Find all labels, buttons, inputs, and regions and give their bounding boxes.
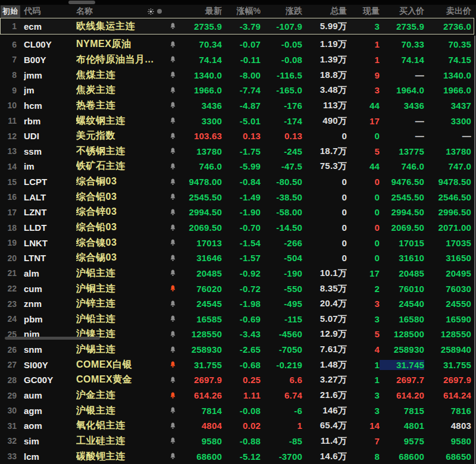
top-scroll-thumb[interactable] (68, 1, 95, 4)
alert-bell-icon[interactable] (167, 406, 178, 415)
alert-bell-icon[interactable] (167, 422, 178, 430)
column-header-name[interactable]: 名称 (76, 6, 167, 17)
bid-price: 76010 (380, 284, 424, 294)
table-row[interactable]: 32sim工业硅主连9580-0.88-8511.4万795759580 (0, 434, 476, 449)
alert-bell-icon[interactable] (167, 360, 178, 369)
change-value: 1 (261, 421, 302, 431)
alert-bell-icon[interactable] (167, 346, 178, 354)
table-row[interactable]: 1ecm欧线集运主连2735.9-3.79-107.95.99万32735.92… (0, 18, 474, 35)
column-header-bid-price[interactable]: 买入价 (380, 6, 424, 17)
instrument-code: ecm (24, 21, 76, 32)
table-row[interactable]: 17LZNT综合锌032994.50-1.90-58.00002994.5029… (0, 205, 476, 220)
table-row[interactable]: 28GC00YCOMEX黄金2697.90.256.63.27万12697.72… (0, 372, 476, 388)
alert-bell-icon[interactable] (167, 224, 178, 232)
table-row[interactable]: 10hcm热卷主连3436-4.87-176113万4434363437 (0, 98, 476, 114)
alert-bell-icon[interactable] (167, 193, 178, 201)
table-row[interactable]: 26snm沪锡主连258930-2.65-70507.61万4258930258… (0, 342, 476, 358)
table-row[interactable]: 13ssm不锈钢主连13780-1.75-24518.7万51377513780 (0, 143, 476, 159)
table-row[interactable]: 24pbm沪铅主连16585-0.69-1155.07万31658016590 (0, 312, 476, 327)
bid-price: 258930 (380, 344, 424, 355)
table-row[interactable]: 23znm沪锌主连24545-1.98-49520.4万32454024550 (0, 296, 476, 312)
table-row[interactable]: 18LLDT综合铅032069.50-0.70-14.50002069.5020… (0, 220, 476, 236)
table-row[interactable]: 15LCPT综合铜039478.00-0.84-80.50009476.5094… (0, 174, 476, 190)
table-row[interactable]: 14im铁矿石主连746.0-5.99-47.575.3万44746.0747.… (0, 159, 476, 174)
column-header-latest[interactable]: 最新 (178, 6, 222, 17)
table-row[interactable]: 30agm沪银主连7814-0.08-6146万378157816 (0, 403, 476, 418)
alert-bell-icon[interactable] (167, 330, 178, 338)
alert-bell-icon[interactable] (167, 162, 178, 171)
table-row[interactable]: 19LNKT综合镍0317013-1.54-266001701517035 (0, 235, 476, 250)
table-row[interactable]: 20LTNT综合锡0331646-1.57-504003161031650 (0, 250, 476, 266)
change-value: -4560 (261, 329, 302, 339)
column-header-change[interactable]: 涨跌 (261, 6, 302, 17)
table-row[interactable]: 6CL00YNYMEX原油70.34-0.07-0.051.19万170.337… (0, 37, 476, 52)
current-volume: 8 (347, 452, 380, 462)
alert-bell-icon[interactable] (167, 178, 178, 186)
table-row[interactable]: 27SI00YCOMEX白银31.755-0.68-0.2191.48万131.… (0, 357, 476, 372)
alert-bell-icon[interactable] (167, 208, 178, 217)
alert-bell-icon[interactable] (167, 269, 178, 277)
table-row[interactable]: 7B00Y布伦特原油当月...74.14-0.11-0.081.39万174.1… (0, 52, 476, 68)
alert-bell-icon[interactable] (167, 452, 178, 460)
row-number: 12 (0, 131, 24, 141)
table-row[interactable]: 29aum沪金主连614.261.116.7421.6万3614.20614.2… (0, 388, 476, 403)
alert-bell-icon[interactable] (167, 300, 178, 308)
change-value: -80.50 (261, 177, 302, 187)
dot-icon[interactable] (157, 9, 162, 14)
column-header-current-volume[interactable]: 现量 (347, 6, 380, 17)
column-header-ask-price[interactable]: 卖出价 (424, 6, 471, 17)
table-row[interactable]: 11rbm螺纹钢主连3300-5.01-174490万17—3300 (0, 113, 476, 128)
column-header-code[interactable]: 代码 (24, 6, 76, 17)
alert-bell-icon[interactable] (167, 22, 178, 30)
alert-bell-icon[interactable] (167, 86, 178, 95)
column-header-change-percent[interactable]: 涨幅% (222, 6, 261, 17)
total-volume: 5.99万 (302, 21, 347, 32)
change-value: -3700 (261, 452, 302, 462)
instrument-code: LTNT (24, 253, 76, 263)
instrument-name: 综合铅03 (76, 221, 167, 234)
row-number: 28 (0, 375, 24, 385)
alert-bell-icon[interactable] (167, 315, 178, 323)
alert-bell-icon[interactable] (167, 40, 178, 49)
total-volume: 65.4万 (302, 420, 347, 431)
row-number: 17 (0, 208, 24, 217)
alert-bell-icon[interactable] (167, 55, 178, 64)
table-row[interactable]: 33lcm碳酸锂主连68600-5.12-370014.6万8686006865… (0, 449, 476, 464)
current-volume: 3 (347, 314, 380, 324)
alert-bell-icon[interactable] (167, 71, 178, 79)
current-volume: 1 (347, 360, 380, 370)
change-value: -7050 (261, 344, 302, 355)
alert-bell-icon[interactable] (167, 101, 178, 109)
column-header-total-volume[interactable]: 总量 (302, 6, 347, 17)
alert-bell-icon[interactable] (167, 254, 178, 262)
bid-price: 3436 (380, 101, 424, 111)
middle-horizontal-scrollbar[interactable] (5, 337, 100, 340)
table-row[interactable]: 8jmm焦煤主连1340.0-8.00-116.518.8万9—1340.0 (0, 67, 476, 83)
table-row[interactable]: 12UDI美元指数103.630.130.1300—— (0, 128, 476, 144)
change-value: -245 (261, 146, 302, 156)
table-row[interactable]: 31aom氧化铝主连48040.02165.4万1448014803 (0, 418, 476, 434)
bid-price: 9575 (380, 436, 424, 446)
table-row[interactable]: 21alm沪铝主连20485-0.92-19010.1万172048520495 (0, 266, 476, 281)
table-row[interactable]: 16LALT综合铝032545.50-1.49-38.50002545.5025… (0, 189, 476, 205)
table-row[interactable]: 22cum沪铜主连76020-0.72-5508.35万27601076030 (0, 281, 476, 296)
alert-bell-icon[interactable] (167, 376, 178, 384)
current-volume: 3 (347, 390, 380, 400)
alert-bell-icon[interactable] (167, 117, 178, 125)
row-number: 8 (0, 70, 24, 80)
table-row[interactable]: 9jm焦炭主连1966.0-7.74-165.03.48万31964.01966… (0, 83, 476, 98)
alert-bell-icon[interactable] (167, 391, 178, 400)
sun-icon[interactable] (148, 8, 154, 15)
current-volume: 9 (347, 70, 380, 80)
alert-bell-icon[interactable] (167, 239, 178, 247)
column-header-initial[interactable]: 初始 (0, 5, 24, 18)
alert-bell-icon[interactable] (167, 437, 178, 445)
vertical-scrollbar[interactable] (474, 36, 475, 464)
latest-price: 31.755 (178, 360, 222, 370)
alert-bell-icon[interactable] (167, 284, 178, 293)
alert-bell-icon[interactable] (167, 147, 178, 155)
latest-price: 68600 (178, 452, 222, 462)
alert-bell-icon[interactable] (167, 132, 178, 140)
ask-price: 2996.50 (424, 207, 471, 217)
change-percent: -1.49 (222, 192, 261, 202)
